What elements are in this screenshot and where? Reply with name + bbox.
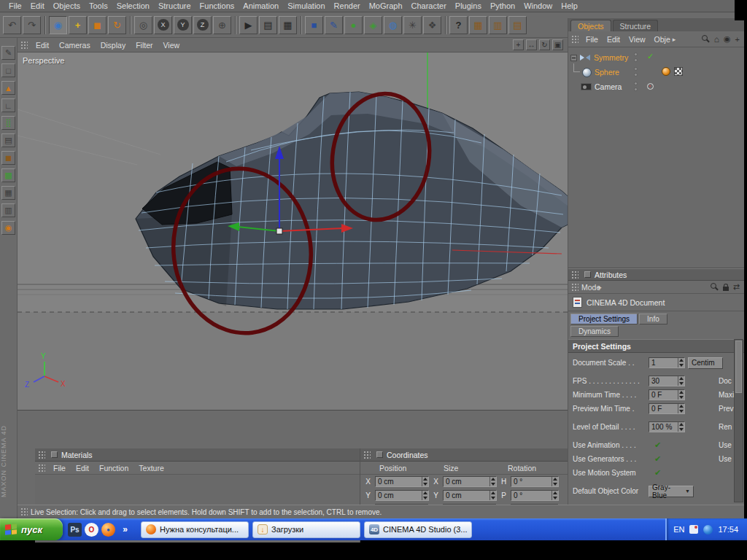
menu-window[interactable]: Window — [519, 1, 557, 10]
menu-help[interactable]: Help — [557, 1, 582, 10]
workplane-mode-button[interactable]: ∟ — [1, 98, 15, 112]
particles-button[interactable]: ✳ — [403, 16, 422, 34]
use-motion-system-checkbox[interactable]: ✔ — [654, 468, 661, 478]
pan-view-icon[interactable]: + — [513, 39, 524, 50]
object-name[interactable]: Symmetry — [594, 53, 628, 62]
size-x-field[interactable]: 0 cm — [443, 476, 497, 487]
drag-handle-icon[interactable] — [571, 283, 578, 292]
tab-structure[interactable]: Structure — [613, 20, 659, 31]
add-spline-button[interactable]: ✎ — [325, 16, 343, 34]
last-tool-button[interactable]: ◎ — [134, 16, 152, 34]
camera-target-icon[interactable] — [647, 83, 654, 90]
use-animation-checkbox[interactable]: ✔ — [654, 440, 661, 450]
rotation-h-field[interactable]: 0 ° — [511, 476, 559, 487]
lock-icon[interactable] — [723, 287, 729, 291]
move-button[interactable]: + — [69, 16, 87, 34]
polygon-mode-button[interactable]: ◼ — [1, 151, 15, 165]
viewport-menu-cameras[interactable]: Cameras — [54, 41, 96, 50]
quick-launch-overflow-icon[interactable]: » — [118, 523, 132, 537]
viewport-menu-view[interactable]: View — [158, 41, 185, 50]
polygon-selection-button[interactable]: ▩ — [1, 168, 15, 182]
menu-animation[interactable]: Animation — [239, 1, 283, 10]
materials-menu-file[interactable]: File — [48, 464, 71, 472]
point-mode-button[interactable]: ⣿ — [1, 116, 15, 130]
drag-handle-icon[interactable] — [20, 508, 28, 516]
spinner-icon[interactable] — [551, 491, 558, 500]
toggle-view-icon[interactable]: ▣ — [552, 39, 563, 50]
drag-handle-icon[interactable] — [571, 35, 578, 44]
task-cinema4d-window[interactable]: 4D CINEMA 4D Studio (3... — [364, 521, 472, 538]
spinner-icon[interactable] — [678, 358, 684, 368]
keyboard-language-indicator[interactable]: EN — [673, 525, 684, 534]
clock[interactable]: 17:54 — [718, 525, 738, 534]
preview-min-time-field[interactable]: 0 F — [649, 403, 685, 414]
om-menu-view[interactable]: View — [624, 35, 650, 44]
photoshop-quick-launch-icon[interactable]: Ps — [68, 523, 82, 537]
redo-button[interactable]: ↷ — [23, 16, 41, 34]
collapse-toggle-icon[interactable] — [570, 55, 577, 61]
help-button[interactable]: ? — [449, 16, 468, 34]
om-menu-objects[interactable]: Obje — [650, 35, 675, 44]
history-arrows-icon[interactable]: ⇄ — [733, 282, 740, 292]
drag-handle-icon[interactable] — [38, 451, 45, 459]
object-name[interactable]: Sphere — [595, 68, 619, 77]
viewport-canvas[interactable]: Perspective — [18, 52, 568, 411]
render-view-button[interactable]: ▶ — [239, 16, 258, 34]
mesh-model[interactable] — [136, 92, 568, 309]
zoom-view-icon[interactable]: ↔ — [526, 39, 537, 50]
plus-icon[interactable]: + — [735, 35, 740, 44]
rotation-p-field[interactable]: 0 ° — [511, 490, 559, 501]
mograph-button[interactable]: ❖ — [423, 16, 441, 34]
tab-project-settings[interactable]: Project Settings — [570, 314, 638, 324]
rotate-button[interactable]: ↻ — [108, 16, 126, 34]
uvw-tag-icon[interactable] — [674, 67, 683, 76]
spinner-icon[interactable] — [551, 477, 558, 486]
spinner-icon[interactable] — [489, 477, 496, 486]
document-scale-unit-dropdown[interactable]: Centim — [688, 357, 723, 369]
uv-mode-button[interactable]: ▦ — [1, 186, 15, 200]
menu-python[interactable]: Python — [486, 1, 519, 10]
viewport-menu-edit[interactable]: Edit — [31, 41, 54, 50]
drag-handle-icon[interactable] — [20, 41, 28, 50]
menu-plugins[interactable]: Plugins — [451, 1, 486, 10]
materials-menu-function[interactable]: Function — [94, 464, 133, 472]
level-of-detail-field[interactable]: 100 % — [649, 421, 685, 432]
menu-render[interactable]: Render — [330, 1, 365, 10]
scrollbar-thumb[interactable] — [735, 341, 742, 393]
add-array-button[interactable]: ◈ — [364, 16, 382, 34]
lock-z-button[interactable]: Z — [193, 16, 212, 34]
spinner-icon[interactable] — [489, 491, 496, 500]
drag-handle-icon[interactable] — [38, 464, 45, 472]
viewport-menu-display[interactable]: Display — [96, 41, 131, 50]
object-row-camera[interactable]: Camera — [568, 79, 744, 94]
add-hypernurbs-button[interactable]: ● — [344, 16, 363, 34]
object-row-symmetry[interactable]: Symmetry ✓ — [568, 50, 744, 65]
layout-split-button[interactable]: ▥ — [489, 16, 507, 34]
document-scale-field[interactable]: 1 — [649, 357, 685, 368]
object-row-sphere[interactable]: Sphere — [568, 65, 744, 79]
render-picture-viewer-button[interactable]: ▤ — [259, 16, 277, 34]
render-settings-button[interactable]: ▦ — [279, 16, 297, 34]
object-name[interactable]: Camera — [595, 82, 622, 91]
viewport-menu-filter[interactable]: Filter — [131, 41, 158, 50]
coordinate-system-button[interactable]: ⊕ — [213, 16, 231, 34]
lock-x-button[interactable]: X — [154, 16, 172, 34]
layout-full-button[interactable]: ▤ — [508, 16, 527, 34]
om-menu-edit[interactable]: Edit — [603, 35, 624, 44]
tab-info[interactable]: Info — [639, 314, 667, 324]
task-browser-window[interactable]: Нужна консультаци... — [141, 521, 249, 538]
om-menu-file[interactable]: File — [581, 35, 603, 44]
menu-objects[interactable]: Objects — [49, 1, 85, 10]
spinner-icon[interactable] — [422, 477, 428, 486]
task-downloads-window[interactable]: ↓ Загрузки — [252, 521, 360, 538]
size-y-field[interactable]: 0 cm — [443, 490, 497, 501]
default-object-color-dropdown[interactable]: Gray-Blue▼ — [649, 486, 694, 497]
search-icon[interactable] — [702, 35, 710, 43]
visibility-dots-icon[interactable] — [634, 67, 638, 77]
search-icon[interactable] — [711, 283, 719, 291]
spinner-icon[interactable] — [678, 404, 684, 413]
menu-structure[interactable]: Structure — [154, 1, 196, 10]
snap-settings-button[interactable]: ▥ — [1, 203, 15, 217]
menu-selection[interactable]: Selection — [112, 1, 154, 10]
live-selection-button[interactable]: ◉ — [49, 16, 67, 34]
